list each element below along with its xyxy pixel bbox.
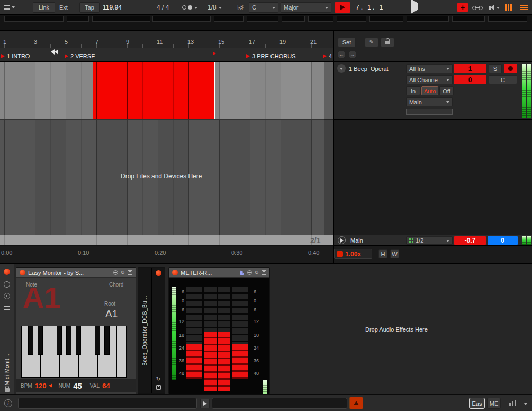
preview-volume[interactable] <box>489 4 500 11</box>
unfold-icon[interactable] <box>113 270 118 275</box>
locator-pre-chorus[interactable]: 3 PRE CHORUS <box>246 53 296 59</box>
main-play-button[interactable] <box>338 236 346 244</box>
meter-bars-icon[interactable] <box>509 400 516 406</box>
device-power-button[interactable] <box>156 270 161 276</box>
piano-key-black[interactable] <box>66 326 71 355</box>
monitor-ring-icon[interactable] <box>4 281 10 288</box>
track-delay-field[interactable] <box>406 109 453 115</box>
track-lane[interactable] <box>0 62 333 120</box>
hot-swap-icon[interactable]: ↻ <box>121 270 125 275</box>
loop-start-marker[interactable] <box>51 49 58 55</box>
device-title-bar[interactable]: METER-R... ↻ <box>169 268 269 278</box>
piano-key-black[interactable] <box>28 326 33 355</box>
piano-key-black[interactable] <box>57 326 62 355</box>
output-select[interactable]: Main <box>406 97 453 106</box>
save-preset-icon[interactable] <box>262 270 266 275</box>
main-track-lane[interactable]: 2/1 <box>0 235 333 246</box>
piano-key[interactable] <box>117 326 126 377</box>
solo-button[interactable]: S <box>489 64 502 73</box>
device-title-bar[interactable]: Easy Monitor - by S... ↻ <box>16 268 136 278</box>
device-power-button[interactable] <box>20 270 25 275</box>
locator-4[interactable]: 4 <box>323 53 332 59</box>
status-input-right[interactable] <box>212 398 347 409</box>
prev-locator-button[interactable]: ← <box>337 50 346 59</box>
link-button[interactable]: Link <box>33 2 55 13</box>
num-value[interactable]: 45 <box>73 381 82 390</box>
track-fold-button[interactable] <box>337 64 346 73</box>
map-hand-icon[interactable] <box>239 270 245 276</box>
warp-marker-button[interactable] <box>349 397 363 409</box>
status-input-left[interactable] <box>18 398 197 409</box>
loop-length-display[interactable]: 2/1 <box>310 236 320 245</box>
key-scale-toggle[interactable]: ♭♯ <box>237 2 244 13</box>
input-channel-select[interactable]: All Channe <box>406 75 453 84</box>
time-ruler[interactable]: 0:00 0:10 0:20 0:30 0:40 <box>0 246 333 263</box>
hot-swap-icon[interactable]: ↻ <box>255 270 259 275</box>
arrow-left-icon[interactable] <box>49 383 52 388</box>
info-icon[interactable]: i <box>4 399 12 407</box>
tempo-field[interactable]: 119.94 <box>103 2 122 13</box>
input-type-select[interactable]: All Ins <box>406 64 453 73</box>
monitor-auto-button[interactable]: Auto <box>421 86 438 95</box>
arrangement-overview[interactable] <box>0 15 532 31</box>
hot-swap-icon[interactable]: ↻ <box>156 377 160 382</box>
draw-mode-button[interactable]: ✎ <box>365 38 378 47</box>
beat-ruler[interactable]: 1 3 5 7 9 11 13 15 17 19 21 <box>0 31 333 48</box>
h-button[interactable]: H <box>378 249 387 258</box>
monitor-in-button[interactable]: In <box>406 86 420 95</box>
chain-list-icon[interactable] <box>4 305 10 311</box>
locator-verse[interactable]: 2 VERSE <box>65 53 95 59</box>
piano-key-black[interactable] <box>38 326 43 355</box>
next-locator-button[interactable]: → <box>348 50 357 59</box>
lock-envelopes-button[interactable] <box>381 38 394 47</box>
main-pan-field[interactable]: 0 <box>488 236 518 245</box>
device-track-name[interactable]: Midi Monit... <box>4 316 10 386</box>
eas-button[interactable]: Eas <box>469 398 485 409</box>
clip-end-marker[interactable] <box>213 50 216 56</box>
ext-button[interactable]: Ext <box>59 2 68 13</box>
control-chooser[interactable] <box>4 4 15 11</box>
bpm-value[interactable]: 120 <box>35 382 47 390</box>
device-power-button[interactable] <box>172 270 178 275</box>
root-note-select[interactable]: C <box>249 2 278 13</box>
playback-speed-control[interactable]: 1.00x <box>334 249 372 259</box>
overdub-button[interactable]: + <box>457 3 468 12</box>
piano-key-black[interactable] <box>95 326 100 355</box>
lock-icon[interactable] <box>5 388 10 392</box>
scale-select[interactable]: Major <box>281 2 331 13</box>
save-preset-icon[interactable] <box>156 385 161 390</box>
arrangement-position-display[interactable]: 7. 1. 1 <box>356 2 384 13</box>
locator-intro[interactable]: 1 INTRO <box>1 53 30 59</box>
tap-tempo-button[interactable]: Tap <box>79 2 100 13</box>
main-volume-field[interactable]: -0.7 <box>454 236 486 245</box>
save-preset-icon[interactable] <box>128 270 132 275</box>
arrangement-drop-area[interactable]: Drop Files and Devices Here <box>0 120 333 235</box>
beat-quantize-select[interactable]: 1/2 <box>406 236 453 245</box>
io-ring-icon[interactable] <box>4 293 10 299</box>
set-locator-button[interactable]: Set <box>338 38 356 47</box>
chevron-down-icon[interactable] <box>524 403 527 407</box>
hamburger-menu-icon[interactable] <box>520 4 528 11</box>
preview-play-button[interactable] <box>200 399 210 408</box>
time-signature-field[interactable]: 4 / 4 <box>157 2 169 13</box>
track-name[interactable]: 1 Beep_Operat <box>349 66 389 72</box>
main-track-name[interactable]: Main <box>350 237 363 244</box>
val-value[interactable]: 64 <box>102 382 110 390</box>
monitor-off-button[interactable]: Off <box>439 86 454 95</box>
piano-key-black[interactable] <box>104 326 110 355</box>
metronome-toggle[interactable] <box>182 2 197 13</box>
w-button[interactable]: W <box>390 249 399 258</box>
arm-button[interactable] <box>504 64 517 73</box>
track-activator[interactable]: 1 <box>454 64 486 73</box>
play-button[interactable] <box>411 3 418 10</box>
capture-midi-button[interactable] <box>472 5 483 11</box>
volume-field[interactable]: 0 <box>454 75 486 84</box>
unfold-icon[interactable] <box>247 270 252 275</box>
keyboard[interactable] <box>21 326 127 378</box>
follow-button[interactable] <box>335 2 350 13</box>
me-button[interactable]: ME <box>487 398 501 409</box>
midi-clip[interactable] <box>93 62 215 119</box>
piano-key-black[interactable] <box>76 326 81 355</box>
crossfade-button[interactable]: C <box>489 75 517 84</box>
folded-device[interactable]: Beep_Operator_DCB_Bu... ↻ <box>138 267 165 394</box>
